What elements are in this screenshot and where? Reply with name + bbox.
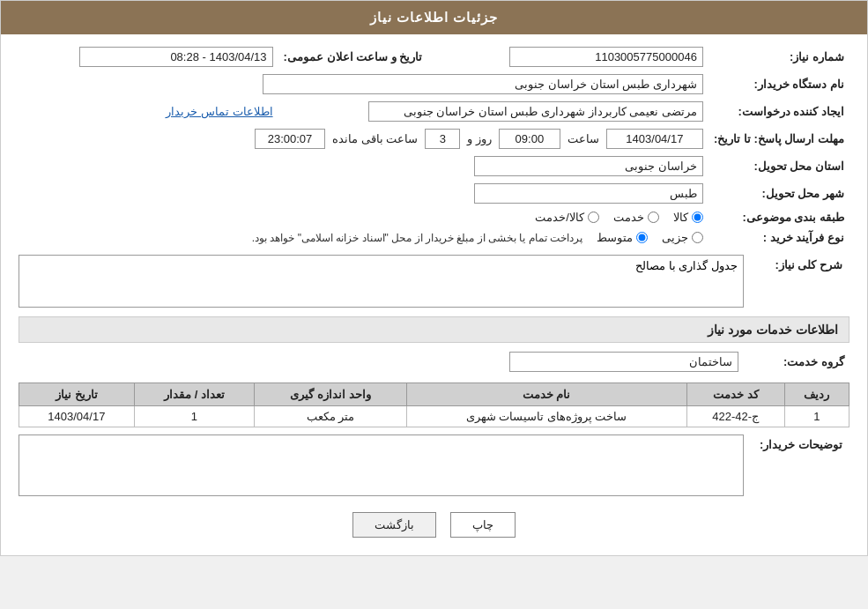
city-value <box>19 180 708 207</box>
city-input[interactable] <box>474 183 703 204</box>
cell-date: 1403/04/17 <box>19 406 135 427</box>
process-jozi-text: جزیی <box>662 231 688 244</box>
category-kala-label: کالا <box>673 211 703 224</box>
city-label: شهر محل تحویل: <box>708 180 849 207</box>
category-radio-group: کالا خدمت کالا/خدمت <box>19 207 708 227</box>
buyer-org-input[interactable] <box>263 74 703 94</box>
services-table-header-row: ردیف کد خدمت نام خدمت واحد اندازه گیری ت… <box>19 383 849 406</box>
process-type-row: جزیی متوسط پرداخت تمام یا بخشی از مبلغ خ… <box>19 227 708 248</box>
announce-datetime-value <box>19 43 278 71</box>
response-time-label: ساعت <box>568 132 599 145</box>
category-khedmat-text: خدمت <box>613 211 644 224</box>
process-jozi-label: جزیی <box>662 231 703 244</box>
col-row: ردیف <box>784 383 849 406</box>
contact-link[interactable]: اطلاعات تماس خریدار <box>166 105 272 118</box>
process-jozi-radio[interactable] <box>692 232 703 243</box>
contact-link-cell: اطلاعات تماس خریدار <box>19 98 278 125</box>
col-qty: تعداد / مقدار <box>134 383 255 406</box>
button-row: چاپ بازگشت <box>19 512 849 538</box>
cell-unit: متر مکعب <box>255 406 406 427</box>
buyer-desc-section: توضیحات خریدار: <box>19 434 849 496</box>
service-group-value <box>19 348 744 375</box>
need-number-input[interactable] <box>509 47 703 67</box>
row-buyer-org: نام دستگاه خریدار: <box>19 71 849 98</box>
category-both-label: کالا/خدمت <box>535 211 599 224</box>
row-city: شهر محل تحویل: <box>19 180 849 207</box>
service-info-header: اطلاعات خدمات مورد نیاز <box>19 316 849 343</box>
buyer-desc-label: توضیحات خریدار: <box>744 434 849 451</box>
service-group-table: گروه خدمت: <box>19 348 849 375</box>
table-row: 1 ج-42-422 ساخت پروژه‌های تاسیسات شهری م… <box>19 406 849 427</box>
province-value <box>19 152 708 180</box>
category-both-radio[interactable] <box>588 212 599 223</box>
province-label: استان محل تحویل: <box>708 152 849 180</box>
response-days-input[interactable] <box>425 129 460 149</box>
response-date-input[interactable] <box>606 129 703 149</box>
response-days-label: روز و <box>467 132 492 145</box>
row-need-number: شماره نیاز: تاریخ و ساعت اعلان عمومی: <box>19 43 849 71</box>
response-remaining-input[interactable] <box>255 129 325 149</box>
category-label: طبقه بندی موضوعی: <box>708 207 849 227</box>
announce-datetime-label: تاریخ و ساعت اعلان عمومی: <box>278 43 449 71</box>
col-unit: واحد اندازه گیری <box>255 383 406 406</box>
col-name: نام خدمت <box>406 383 686 406</box>
col-code: کد خدمت <box>686 383 784 406</box>
row-category: طبقه بندی موضوعی: کالا خدمت <box>19 207 849 227</box>
content-area: شماره نیاز: تاریخ و ساعت اعلان عمومی: نا… <box>1 34 867 555</box>
back-button[interactable]: بازگشت <box>352 512 436 538</box>
page-title: جزئیات اطلاعات نیاز <box>370 10 498 25</box>
response-deadline-row: ساعت روز و ساعت باقی مانده <box>19 125 708 152</box>
cell-row: 1 <box>784 406 849 427</box>
creator-input[interactable] <box>368 101 703 122</box>
services-table-head: ردیف کد خدمت نام خدمت واحد اندازه گیری ت… <box>19 383 849 406</box>
creator-value <box>278 98 708 125</box>
info-table: شماره نیاز: تاریخ و ساعت اعلان عمومی: نا… <box>19 43 849 248</box>
service-group-label: گروه خدمت: <box>744 348 849 375</box>
need-description-label: شرح کلی نیاز: <box>744 255 849 271</box>
cell-qty: 1 <box>134 406 255 427</box>
category-kala-radio[interactable] <box>692 212 703 223</box>
creator-label: ایجاد کننده درخواست: <box>708 98 849 125</box>
row-service-group: گروه خدمت: <box>19 348 849 375</box>
col-date: تاریخ نیاز <box>19 383 135 406</box>
row-response-deadline: مهلت ارسال پاسخ: تا تاریخ: ساعت روز و سا… <box>19 125 849 152</box>
category-both-text: کالا/خدمت <box>535 211 584 224</box>
response-time-input[interactable] <box>499 129 560 149</box>
print-button[interactable]: چاپ <box>450 512 516 538</box>
need-description-section: شرح کلی نیاز: جدول گذاری با مصالح <box>19 255 849 308</box>
process-motvaset-radio[interactable] <box>636 232 648 243</box>
buyer-org-label: نام دستگاه خریدار: <box>708 71 849 98</box>
services-table: ردیف کد خدمت نام خدمت واحد اندازه گیری ت… <box>19 382 849 427</box>
need-number-value <box>449 43 708 71</box>
process-motvaset-text: متوسط <box>597 231 633 244</box>
buyer-org-value <box>19 71 708 98</box>
category-kala-text: کالا <box>673 211 688 224</box>
buyer-desc-textarea[interactable] <box>19 434 744 496</box>
page-wrapper: جزئیات اطلاعات نیاز شماره نیاز: تاریخ و … <box>0 0 868 556</box>
row-creator: ایجاد کننده درخواست: اطلاعات تماس خریدار <box>19 98 849 125</box>
category-options: کالا خدمت کالا/خدمت <box>24 211 703 224</box>
need-number-label: شماره نیاز: <box>708 43 849 71</box>
service-group-input[interactable] <box>509 352 738 372</box>
announce-datetime-input[interactable] <box>79 47 273 67</box>
process-type-options: جزیی متوسط پرداخت تمام یا بخشی از مبلغ خ… <box>24 231 703 244</box>
category-khedmat-label: خدمت <box>613 211 659 224</box>
process-motvaset-label: متوسط <box>597 231 648 244</box>
need-description-textarea[interactable]: جدول گذاری با مصالح <box>19 255 744 308</box>
response-deadline-label: مهلت ارسال پاسخ: تا تاریخ: <box>708 125 849 152</box>
response-remaining-label: ساعت باقی مانده <box>332 132 418 145</box>
process-note: پرداخت تمام یا بخشی از مبلغ خریدار از مح… <box>252 232 582 244</box>
process-type-label: نوع فرآیند خرید : <box>708 227 849 248</box>
services-table-body: 1 ج-42-422 ساخت پروژه‌های تاسیسات شهری م… <box>19 406 849 427</box>
row-province: استان محل تحویل: <box>19 152 849 180</box>
province-input[interactable] <box>474 156 703 176</box>
date-row: ساعت روز و ساعت باقی مانده <box>24 129 703 149</box>
cell-name: ساخت پروژه‌های تاسیسات شهری <box>406 406 686 427</box>
cell-code: ج-42-422 <box>686 406 784 427</box>
row-process-type: نوع فرآیند خرید : جزیی متوسط پرداخت تمام… <box>19 227 849 248</box>
page-header: جزئیات اطلاعات نیاز <box>1 1 867 34</box>
category-khedmat-radio[interactable] <box>648 212 659 223</box>
